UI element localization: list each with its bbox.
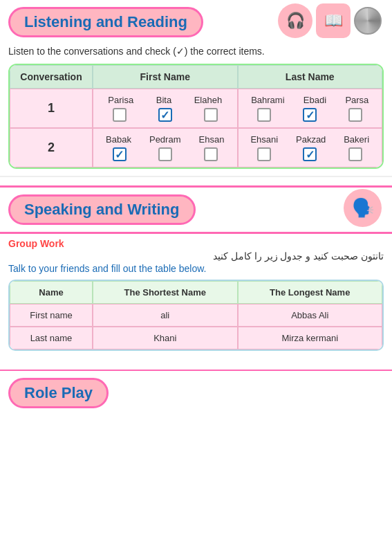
- conversation-2: 2: [10, 128, 93, 167]
- role-play-section: Role Play: [0, 370, 392, 415]
- firstname-checks-row2: ✓: [97, 147, 234, 161]
- firstname-ehsan: Ehsan: [199, 134, 225, 145]
- name-header-longest: The Longest Name: [238, 281, 383, 304]
- firstname-pedram: Pedram: [149, 134, 181, 145]
- book-icon: 📖: [316, 3, 351, 38]
- check-parsa[interactable]: [348, 108, 362, 122]
- lastname-bahrami: Bahrami: [251, 95, 284, 105]
- check-pakzad[interactable]: ✓: [303, 147, 317, 161]
- listening-section: 🎧 📖 Listening and Reading Listen to the …: [0, 0, 392, 177]
- firstname-row2: Babak Pedram Ehsan ✓: [93, 128, 238, 167]
- headphone-icon: 🎧: [278, 3, 312, 38]
- check-ehsani[interactable]: [257, 147, 271, 161]
- listening-title: Listening and Reading: [24, 13, 187, 30]
- check-bahrami[interactable]: [257, 108, 271, 122]
- roleplay-divider: [0, 370, 392, 371]
- check-ebadi[interactable]: ✓: [303, 108, 317, 122]
- listening-table: Conversation First Name Last Name 1 Pari…: [8, 64, 384, 169]
- name-header-name: Name: [10, 281, 93, 304]
- fill-instruction: Talk to your friends and fill out the ta…: [8, 263, 384, 274]
- check-parisa[interactable]: [113, 108, 127, 122]
- lastname-ebadi: Ebadi: [304, 95, 326, 105]
- table-grid: Conversation First Name Last Name 1 Pari…: [10, 65, 382, 167]
- lastname-label: Last name: [10, 327, 93, 349]
- firstname-label: First name: [10, 304, 93, 327]
- firstname-longest: Abbas Ali: [238, 304, 383, 327]
- check-babak[interactable]: ✓: [113, 147, 127, 161]
- lastname-ehsani: Ehsani: [250, 134, 278, 145]
- firstname-row1: Parisa Bita Elaheh ✓: [93, 89, 238, 128]
- speaking-title: Speaking and Writing: [24, 201, 180, 218]
- speaking-icon: 🗣️: [344, 189, 382, 227]
- lastname-checks-row2: ✓: [242, 147, 379, 161]
- lastname-shortest: Khani: [93, 327, 238, 349]
- firstname-shortest: ali: [93, 304, 238, 327]
- firstname-names-row2: Babak Pedram Ehsan: [97, 134, 234, 145]
- listening-instruction: Listen to the conversations and check (✓…: [8, 46, 384, 57]
- lastname-names-row1: Bahrami Ebadi Parsa: [242, 95, 379, 105]
- listening-header: Listening and Reading: [8, 7, 203, 37]
- check-elaheh[interactable]: [204, 108, 218, 122]
- pink-divider-top: [0, 185, 392, 188]
- speaking-header: Speaking and Writing: [8, 194, 196, 225]
- role-play-header: Role Play: [8, 378, 109, 408]
- name-table: Name The Shortest Name The Longest Name …: [8, 280, 384, 351]
- lastname-pakzad: Pakzad: [296, 134, 326, 145]
- group-work-label: Group Work: [8, 238, 384, 249]
- firstname-names-row1: Parisa Bita Elaheh: [97, 95, 234, 105]
- header-lastname: Last Name: [238, 65, 383, 89]
- lastname-parsa: Parsa: [345, 95, 368, 105]
- lastname-row1: Bahrami Ebadi Parsa ✓: [238, 89, 383, 128]
- check-bita[interactable]: ✓: [158, 108, 172, 122]
- lastname-longest: Mirza kermani: [238, 327, 383, 349]
- speaking-section: 🗣️ Speaking and Writing Group Work تانتو…: [0, 185, 392, 361]
- firstname-bita: Bita: [156, 95, 171, 105]
- role-play-title: Role Play: [24, 384, 93, 401]
- name-table-grid: Name The Shortest Name The Longest Name …: [10, 281, 382, 349]
- header-conversation: Conversation: [10, 65, 93, 89]
- conversation-1: 1: [10, 89, 93, 128]
- pink-divider-bottom: [0, 232, 392, 234]
- listening-icons: 🎧 📖: [278, 3, 382, 38]
- firstname-babak: Babak: [106, 134, 131, 145]
- lastname-checks-row1: ✓: [242, 108, 379, 122]
- check-ehsan[interactable]: [204, 147, 218, 161]
- firstname-checks-row1: ✓: [97, 108, 234, 122]
- lastname-row2: Ehsani Pakzad Bakeri ✓: [238, 128, 383, 167]
- name-header-shortest: The Shortest Name: [93, 281, 238, 304]
- firstname-parisa: Parisa: [108, 95, 133, 105]
- cd-icon: [354, 7, 382, 35]
- check-pedram[interactable]: [158, 147, 172, 161]
- check-bakeri[interactable]: [348, 147, 362, 161]
- lastname-bakeri: Bakeri: [344, 134, 369, 145]
- arabic-instruction: تانتون صحبت کنید و جدول زیر را کامل کنید: [8, 251, 384, 262]
- header-firstname: First Name: [93, 65, 238, 89]
- firstname-elaheh: Elaheh: [194, 95, 222, 105]
- lastname-names-row2: Ehsani Pakzad Bakeri: [242, 134, 379, 145]
